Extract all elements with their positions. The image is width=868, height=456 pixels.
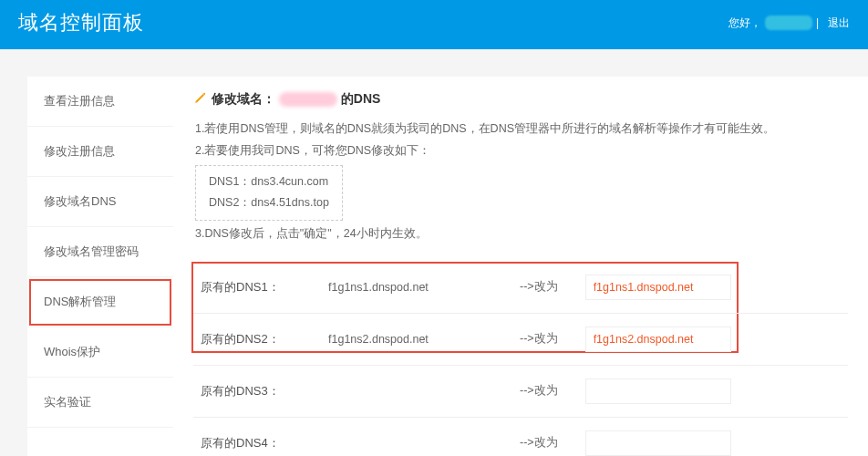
dns1-label: 原有的DNS1： (201, 279, 301, 295)
dns-row-4: 原有的DNS4： -->改为 (193, 418, 848, 456)
page-title: 域名控制面板 (18, 9, 144, 36)
dns1-suggest: DNS1：dns3.4cun.com (209, 171, 329, 193)
title-prefix: 修改域名： (212, 91, 275, 106)
header-right: 您好， | 退出 (728, 16, 850, 31)
main-layout: 查看注册信息 修改注册信息 修改域名DNS 修改域名管理密码 DNS解析管理 W… (0, 49, 868, 456)
dns4-arrow: -->改为 (520, 435, 558, 451)
sidebar-item-view-reg[interactable]: 查看注册信息 (27, 77, 173, 127)
dns4-input[interactable] (585, 430, 731, 456)
dns3-input[interactable] (585, 378, 731, 404)
instruction-2: 2.若要使用我司DNS，可将您DNS修改如下： (195, 140, 848, 162)
dns2-old: f1g1ns2.dnspod.net (328, 333, 492, 346)
dns2-label: 原有的DNS2： (201, 331, 301, 347)
dns-row-2: 原有的DNS2： f1g1ns2.dnspod.net -->改为 (193, 314, 848, 366)
dns-row-3: 原有的DNS3： -->改为 (193, 366, 848, 418)
dns2-suggest: DNS2：dns4.51dns.top (209, 192, 329, 214)
dns-suggestion-box: DNS1：dns3.4cun.com DNS2：dns4.51dns.top (195, 165, 343, 222)
greeting-text: 您好， (728, 16, 761, 31)
pencil-icon (193, 92, 206, 108)
divider: | (816, 16, 819, 29)
instruction-1: 1.若使用DNS管理，则域名的DNS就须为我司的DNS，在DNS管理器中所进行的… (195, 119, 848, 140)
sidebar: 查看注册信息 修改注册信息 修改域名DNS 修改域名管理密码 DNS解析管理 W… (27, 77, 173, 456)
content-panel: 修改域名： 的DNS 1.若使用DNS管理，则域名的DNS就须为我司的DNS，在… (173, 77, 868, 456)
dns1-old: f1g1ns1.dnspod.net (328, 281, 492, 294)
dns2-input[interactable] (585, 326, 731, 352)
dns2-arrow: -->改为 (520, 331, 558, 347)
dns1-input[interactable] (585, 275, 731, 300)
dns-row-1: 原有的DNS1： f1g1ns1.dnspod.net -->改为 (193, 262, 848, 314)
instruction-3: 3.DNS修改后，点击"确定"，24小时内生效。 (195, 223, 848, 245)
domain-name-blurred (279, 92, 337, 107)
sidebar-item-realname[interactable]: 实名验证 (27, 378, 173, 428)
dns1-arrow: -->改为 (520, 279, 558, 295)
title-suffix: 的DNS (341, 91, 381, 106)
sidebar-item-whois[interactable]: Whois保护 (27, 327, 173, 378)
logout-link[interactable]: 退出 (828, 16, 850, 31)
header-bar: 域名控制面板 您好， | 退出 (0, 0, 868, 49)
sidebar-item-edit-reg[interactable]: 修改注册信息 (27, 127, 173, 177)
sidebar-item-edit-password[interactable]: 修改域名管理密码 (27, 227, 173, 277)
sidebar-item-edit-dns[interactable]: 修改域名DNS (27, 177, 173, 227)
sidebar-item-dns-manage[interactable]: DNS解析管理 (27, 277, 173, 327)
content-title: 修改域名： 的DNS (212, 91, 380, 108)
content-title-row: 修改域名： 的DNS (193, 91, 848, 108)
dns4-label: 原有的DNS4： (201, 435, 301, 451)
dns-form: 原有的DNS1： f1g1ns1.dnspod.net -->改为 原有的DNS… (193, 262, 848, 456)
dns3-label: 原有的DNS3： (201, 383, 301, 399)
dns3-arrow: -->改为 (520, 383, 558, 399)
user-name-blurred (765, 16, 812, 30)
